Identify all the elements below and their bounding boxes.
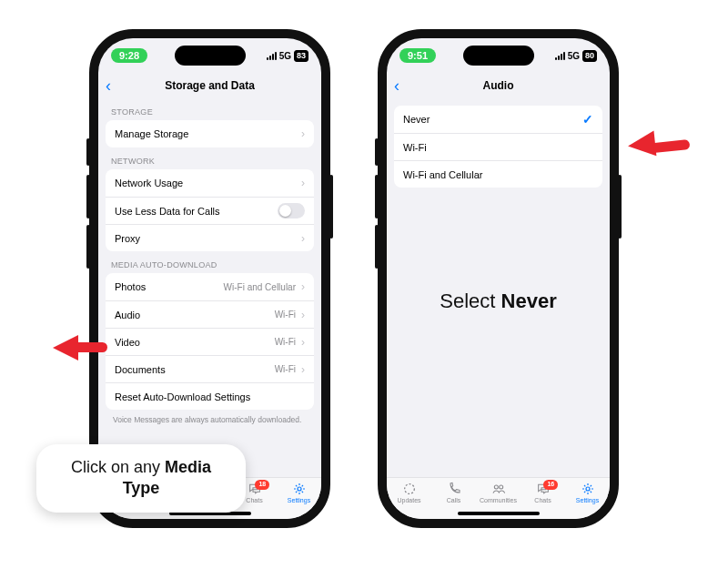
back-button[interactable]: ‹ bbox=[394, 77, 399, 94]
row-label: Video bbox=[115, 337, 140, 348]
chevron-right-icon: › bbox=[301, 232, 305, 245]
row-video[interactable]: Video Wi-Fi› bbox=[106, 328, 314, 355]
toggle-less-data[interactable] bbox=[278, 203, 305, 218]
chevron-right-icon: › bbox=[301, 177, 305, 189]
tab-label: Settings bbox=[576, 497, 599, 503]
section-footer: Voice Messages are always automatically … bbox=[98, 410, 321, 430]
status-time: 9:28 bbox=[111, 48, 147, 63]
tab-calls[interactable]: Calls bbox=[431, 482, 476, 503]
chat-badge: 18 bbox=[255, 480, 269, 490]
battery-icon: 80 bbox=[582, 50, 597, 62]
tab-settings[interactable]: Settings bbox=[565, 482, 610, 503]
row-label: Photos bbox=[115, 281, 146, 292]
row-label: Audio bbox=[115, 310, 140, 320]
audio-options-content: Never ✓ Wi-Fi Wi-Fi and Cellular Select … bbox=[387, 98, 610, 477]
row-label: Use Less Data for Calls bbox=[115, 206, 220, 217]
option-label: Wi-Fi and Cellular bbox=[403, 169, 482, 180]
home-indicator[interactable] bbox=[458, 512, 540, 515]
chevron-right-icon: › bbox=[301, 280, 305, 293]
row-less-data[interactable]: Use Less Data for Calls bbox=[106, 197, 314, 224]
callout-text: Click on any bbox=[71, 458, 165, 476]
nav-bar: ‹ Audio bbox=[387, 73, 610, 98]
svg-point-4 bbox=[404, 484, 414, 494]
callout-text: Select bbox=[440, 290, 500, 312]
svg-point-7 bbox=[586, 487, 590, 491]
chat-badge: 16 bbox=[543, 480, 558, 490]
row-label: Network Usage bbox=[115, 178, 183, 188]
section-header-network: NETWORK bbox=[98, 147, 321, 169]
network-label: 5G bbox=[279, 51, 291, 61]
chevron-right-icon: › bbox=[301, 127, 305, 140]
section-header-autodl: MEDIA AUTO-DOWNLOAD bbox=[98, 251, 321, 273]
svg-point-5 bbox=[494, 485, 498, 489]
nav-bar: ‹ Storage and Data bbox=[98, 73, 321, 98]
phone-icon bbox=[446, 482, 462, 496]
row-label: Reset Auto-Download Settings bbox=[115, 391, 250, 402]
network-label: 5G bbox=[568, 51, 580, 61]
tab-communities[interactable]: Communities bbox=[476, 482, 521, 503]
dynamic-island bbox=[175, 46, 246, 66]
svg-point-3 bbox=[298, 487, 301, 491]
signal-icon bbox=[267, 52, 277, 60]
row-audio[interactable]: Audio Wi-Fi› bbox=[106, 300, 314, 328]
row-value: Wi-Fi bbox=[275, 337, 296, 347]
status-circle-icon bbox=[401, 482, 418, 496]
row-network-usage[interactable]: Network Usage › bbox=[106, 169, 314, 197]
option-label: Never bbox=[403, 114, 430, 125]
tab-label: Communities bbox=[480, 497, 517, 503]
option-never[interactable]: Never ✓ bbox=[394, 106, 602, 133]
tab-label: Chats bbox=[534, 497, 551, 503]
tab-label: Settings bbox=[288, 497, 310, 503]
callout-bold: Never bbox=[501, 290, 557, 312]
gear-icon bbox=[291, 482, 308, 496]
settings-content: STORAGE Manage Storage › NETWORK Network… bbox=[98, 98, 321, 477]
people-icon bbox=[490, 482, 507, 496]
row-label: Proxy bbox=[115, 233, 140, 244]
phone-frame-audio: 9:51 5G 80 ‹ Audio Never ✓ bbox=[378, 29, 619, 528]
signal-icon bbox=[555, 52, 565, 60]
tab-label: Updates bbox=[397, 497, 420, 503]
row-label: Documents bbox=[115, 364, 166, 375]
page-title: Audio bbox=[483, 79, 514, 92]
tab-settings[interactable]: Settings bbox=[277, 482, 321, 503]
dynamic-island bbox=[463, 46, 534, 66]
chevron-right-icon: › bbox=[301, 363, 305, 376]
tab-chats[interactable]: 16 Chats bbox=[521, 482, 565, 503]
row-photos[interactable]: Photos Wi-Fi and Cellular› bbox=[106, 273, 314, 300]
option-label: Wi-Fi bbox=[403, 142, 427, 153]
callout-select-never: Select Never bbox=[387, 290, 610, 313]
tab-updates[interactable]: Updates bbox=[387, 482, 431, 503]
section-header-storage: STORAGE bbox=[98, 98, 321, 120]
option-wifi-cellular[interactable]: Wi-Fi and Cellular bbox=[394, 160, 602, 188]
row-proxy[interactable]: Proxy › bbox=[106, 224, 314, 251]
option-wifi[interactable]: Wi-Fi bbox=[394, 133, 602, 160]
chevron-right-icon: › bbox=[301, 336, 305, 349]
status-time: 9:51 bbox=[399, 48, 436, 63]
tab-label: Chats bbox=[246, 497, 262, 503]
gear-icon bbox=[580, 482, 596, 496]
row-value: Wi-Fi bbox=[275, 364, 296, 374]
tutorial-stage: 9:28 5G 83 ‹ Storage and Data STORAGE Ma… bbox=[0, 0, 728, 569]
checkmark-icon: ✓ bbox=[582, 112, 593, 127]
row-value: Wi-Fi bbox=[275, 310, 296, 320]
row-label: Manage Storage bbox=[115, 128, 188, 139]
row-value: Wi-Fi and Cellular bbox=[224, 282, 296, 292]
back-button[interactable]: ‹ bbox=[106, 77, 111, 94]
page-title: Storage and Data bbox=[165, 79, 255, 92]
callout-media-type: Click on any Media Type bbox=[36, 444, 246, 513]
row-documents[interactable]: Documents Wi-Fi› bbox=[106, 355, 314, 382]
chevron-right-icon: › bbox=[301, 309, 305, 321]
battery-icon: 83 bbox=[294, 50, 308, 62]
tab-label: Calls bbox=[447, 497, 461, 503]
svg-point-6 bbox=[499, 485, 502, 489]
row-reset-autodl[interactable]: Reset Auto-Download Settings bbox=[106, 382, 314, 410]
row-manage-storage[interactable]: Manage Storage › bbox=[106, 120, 314, 147]
phone-screen: 9:51 5G 80 ‹ Audio Never ✓ bbox=[387, 38, 610, 519]
